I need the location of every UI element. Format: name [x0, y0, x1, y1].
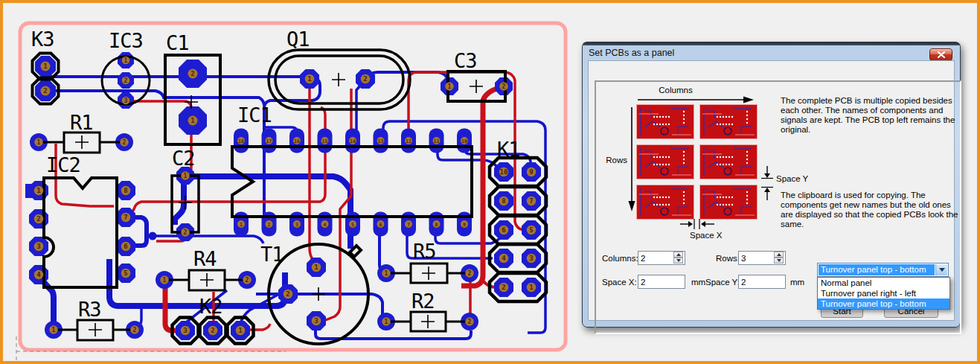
pad-number: 3	[183, 327, 187, 334]
panel-type-select[interactable]: Turnover panel top - bottom	[817, 263, 949, 277]
panel-thumbnail	[699, 185, 758, 220]
panel-thumbnail	[636, 185, 694, 220]
pad-number: 1	[238, 327, 242, 334]
component-Q1[interactable]: 12Q1	[269, 28, 410, 109]
component-C1[interactable]: 21C1	[165, 31, 220, 144]
component-K2[interactable]: 321K2	[173, 295, 254, 344]
columns-preview-label: Columns	[631, 86, 720, 95]
pad-number: 3	[124, 98, 128, 104]
pad-number: 1	[43, 63, 47, 70]
description-clipboard: The clipboard is used for copying. Theco…	[781, 191, 961, 229]
pad-number: 8	[502, 197, 505, 205]
panel-thumbnail	[699, 104, 758, 139]
component-label-T1: T1	[260, 243, 284, 266]
panel-type-dropdown-list: Normal panel Turnover panel right - left…	[817, 277, 950, 310]
pad-number: 6	[379, 222, 382, 228]
component-IC2[interactable]: 12348765IC2	[25, 153, 135, 287]
space-x-field-label: Space X:	[602, 278, 637, 287]
pad-number: 5	[124, 269, 127, 277]
pad-number: 2	[363, 75, 367, 83]
pad-number: 2	[211, 327, 214, 334]
space-x-unit-label: mm	[691, 278, 705, 287]
screenshot-root: 12K3123IC321C112Q112C312R118171615141312…	[0, 0, 980, 364]
pad-number: 1	[314, 264, 318, 271]
rows-spin-up-button[interactable]	[774, 252, 784, 258]
component-K3[interactable]: 12K3	[31, 28, 59, 104]
panel-type-selected-value: Turnover panel top - bottom	[819, 264, 935, 275]
pad-number: 11	[434, 138, 440, 144]
component-label-C2: C2	[172, 147, 195, 170]
dialog-titlebar[interactable]: Set PCBs as a panel	[583, 45, 960, 60]
pcb-editor-canvas[interactable]: 12K3123IC321C112Q112C312R118171615141312…	[3, 3, 582, 364]
pad-number: 7	[529, 197, 533, 205]
component-label-Q1: Q1	[286, 28, 310, 51]
option-normal-panel[interactable]: Normal panel	[818, 278, 949, 288]
pad-number: 9	[463, 222, 466, 228]
pad-number: 4	[324, 222, 327, 228]
pad-number: 3	[529, 255, 533, 262]
component-label-R3: R3	[78, 298, 101, 321]
pad-number: 1	[190, 117, 194, 124]
component-label-IC3: IC3	[109, 29, 143, 52]
option-turnover-top-bottom[interactable]: Turnover panel top - bottom	[818, 298, 949, 309]
pad-number: 2	[124, 77, 128, 84]
pad-number: 1	[307, 75, 311, 83]
component-label-IC2: IC2	[46, 153, 80, 176]
pad-number: 17	[266, 138, 272, 144]
close-button[interactable]	[929, 48, 952, 61]
rows-spinner	[774, 252, 784, 264]
pad-number: 18	[238, 138, 244, 144]
columns-spin-up-button[interactable]	[673, 252, 683, 258]
component-label-IC1: IC1	[237, 103, 272, 127]
space-y-unit-label: mm	[790, 278, 804, 287]
rows-arrow-icon	[627, 107, 636, 211]
panel-dialog: Set PCBs as a panel Columns Rows	[582, 42, 961, 328]
pad-number: 1	[385, 270, 388, 277]
pad-number: 8	[435, 222, 438, 228]
pad-number: 5	[529, 226, 533, 234]
pad-number: 2	[268, 222, 271, 228]
pad-number: 1	[240, 222, 243, 228]
space-y-field-label: Space Y:	[705, 278, 740, 287]
pad-number: 1	[124, 57, 128, 64]
pad-number: 5	[351, 222, 354, 228]
columns-arrow-icon	[636, 95, 754, 104]
option-turnover-right-left[interactable]: Turnover panel right - left	[818, 288, 949, 298]
component-label-K3: K3	[31, 28, 54, 51]
space-y-preview-label: Space Y	[776, 174, 808, 183]
pad-number: 1	[36, 187, 40, 194]
pad-number: 9	[529, 168, 533, 176]
rows-field-label: Rows:	[716, 254, 740, 263]
component-label-R5: R5	[413, 240, 436, 263]
component-R1[interactable]: 12R1	[30, 111, 133, 153]
pad-number: 2	[123, 139, 126, 146]
description-copy-behavior: The complete PCB is multiple copied besi…	[781, 96, 961, 135]
pad-number: 7	[407, 222, 410, 228]
component-label-C3: C3	[454, 49, 477, 72]
component-label-K2: K2	[199, 295, 222, 318]
component-label-R4: R4	[193, 247, 217, 270]
component-label-K1: K1	[497, 138, 520, 161]
space-y-dimension-icon	[760, 166, 774, 200]
pad-number: 2	[468, 319, 472, 325]
component-R5[interactable]: 12R5	[377, 240, 478, 283]
space-y-input[interactable]	[738, 275, 786, 289]
pad-number: 1	[448, 83, 452, 90]
space-x-dimension-icon	[680, 218, 714, 230]
component-R2[interactable]: 12R2	[377, 290, 478, 331]
panel-type-dropdown-button[interactable]	[935, 264, 947, 275]
pad-number: 7	[124, 214, 127, 221]
pad-number: 2	[246, 277, 249, 284]
component-C3[interactable]: 12C3	[441, 49, 513, 101]
columns-spin-down-button[interactable]	[673, 258, 683, 264]
panel-thumbnail	[636, 144, 694, 179]
component-IC3[interactable]: 123IC3	[102, 29, 150, 109]
columns-field-label: Columns:	[602, 254, 638, 263]
pad-number: 1	[163, 277, 167, 284]
rows-spin-down-button[interactable]	[774, 258, 784, 264]
component-K1[interactable]: 10987654321K1	[490, 138, 546, 301]
pad-number: 10	[500, 168, 508, 176]
space-x-input[interactable]	[638, 275, 685, 289]
pad-number: 2	[502, 83, 506, 90]
component-R4[interactable]: 12R4	[156, 247, 256, 290]
